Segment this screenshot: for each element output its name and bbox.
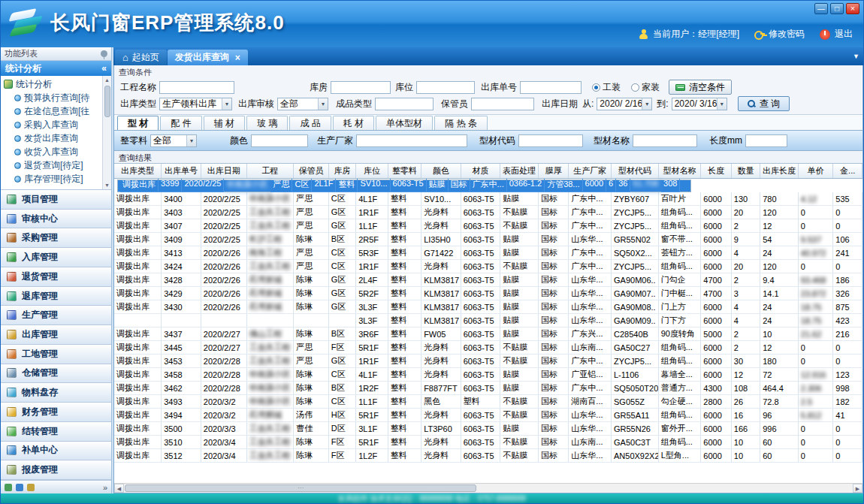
material-tab-7[interactable]: 隔 热 条 xyxy=(434,116,488,130)
tree-item[interactable]: 在途信息查询[往 xyxy=(4,104,102,118)
column-header[interactable]: 颜色 xyxy=(421,164,461,178)
horizontal-scrollbar-thumb[interactable]: ⋯ xyxy=(125,484,476,492)
table-row[interactable]: 调拨出库34002020/2/25华南源小区严思C区4L1F整料SV10...6… xyxy=(114,192,862,206)
table-row[interactable]: 调拨出库34292020/2/26石湾新城陈琳G区5R2F整料KLM381760… xyxy=(114,287,862,300)
sidebar-item-carryover[interactable]: 结转管理 xyxy=(1,422,111,442)
scroll-right-icon[interactable]: ▶ xyxy=(853,484,862,493)
column-header[interactable]: 材质 xyxy=(461,164,500,178)
sidebar-item-warehouse[interactable]: 仓储管理 xyxy=(1,364,111,384)
material-tab-5[interactable]: 耗 材 xyxy=(333,116,374,130)
sidebar-item-inbound[interactable]: 入库管理 xyxy=(1,248,111,267)
whole-part-select[interactable]: 全部 ▾ xyxy=(150,134,197,147)
profile-code-input[interactable] xyxy=(518,134,583,147)
table-row[interactable]: 调拨出库34932020/3/2华南源小区陈琳C区1L1F整料黑色塑料不贴膜国标… xyxy=(114,395,862,409)
sidebar-item-finance[interactable]: 财务管理 xyxy=(1,403,111,422)
project-name-input[interactable] xyxy=(159,81,234,94)
manufacturer-input[interactable] xyxy=(356,134,467,147)
material-tab-0[interactable]: 型 材 xyxy=(117,116,159,130)
audit-select[interactable]: 全部 ▾ xyxy=(277,98,328,110)
table-row[interactable]: 调拨出库34032020/2/25工业共工程严思G区1R1F整料光身料6063-… xyxy=(114,206,862,219)
tree-scrollbar-thumb[interactable] xyxy=(104,86,110,117)
sidebar-item-audit[interactable]: 审核中心 xyxy=(1,210,111,229)
material-tab-6[interactable]: 单体型材 xyxy=(376,116,433,130)
color-input[interactable] xyxy=(251,134,308,147)
horizontal-scrollbar[interactable]: ◀ ⋯ ▶ xyxy=(114,483,862,493)
tab-shipping-outbound-query[interactable]: 发货出库查询× xyxy=(168,50,248,65)
table-row[interactable]: 调拨出库35122020/3/4工业共工程陈琳F区1L2F整料光身料6063-T… xyxy=(114,449,862,463)
sidebar-item-inventory[interactable]: 物料盘存 xyxy=(1,383,111,403)
table-row[interactable]: 3L3F整料KLM38176063-T5贴膜国标山东华...GA90M09..门… xyxy=(114,314,862,327)
column-header[interactable]: 长度 xyxy=(701,164,731,178)
mini-tree-icon[interactable] xyxy=(5,484,12,491)
sidebar-item-return-goods[interactable]: 退货管理 xyxy=(1,267,111,287)
sidebar-item-site[interactable]: 工地管理 xyxy=(1,345,111,364)
column-header[interactable]: 出库单号 xyxy=(162,164,201,178)
material-tab-3[interactable]: 玻 璃 xyxy=(246,116,288,130)
tab-list-dropdown-icon[interactable]: ▼ xyxy=(853,53,859,60)
location-input[interactable] xyxy=(416,81,475,94)
scroll-down-icon[interactable]: ▼ xyxy=(104,181,110,189)
collapse-icon[interactable]: « xyxy=(101,63,107,74)
column-header[interactable]: 膜厚 xyxy=(538,164,568,178)
mini-settings-icon[interactable] xyxy=(27,484,35,491)
table-row[interactable]: 调拨出库34282020/2/26石湾新城陈琳G区2L4F整料KLM381760… xyxy=(114,273,862,287)
column-header[interactable]: 工程 xyxy=(246,164,294,178)
logout-link[interactable]: 退出 xyxy=(835,28,853,41)
tab-close-icon[interactable]: × xyxy=(235,53,240,63)
sidebar-item-project[interactable]: 项目管理 xyxy=(1,190,111,210)
length-input[interactable] xyxy=(745,134,787,147)
clear-conditions-button[interactable]: 清空条件 xyxy=(669,80,732,95)
sidebar-item-outbound[interactable]: 出库管理 xyxy=(1,325,111,345)
sidebar-section-statistics[interactable]: 统计分析 « xyxy=(1,61,111,76)
table-row[interactable]: 调拨出库34582020/2/28华南源小区陈琳C区4L1F整料光身料6063-… xyxy=(114,368,862,382)
sidebar-item-purchase[interactable]: 采购管理 xyxy=(1,228,111,248)
close-button[interactable]: × xyxy=(846,3,859,14)
chevron-right-icon[interactable]: » xyxy=(103,483,107,492)
column-header[interactable]: 出库日期 xyxy=(201,164,246,178)
outbound-no-input[interactable] xyxy=(520,81,582,94)
column-header[interactable]: 型材名称 xyxy=(658,164,701,178)
mini-mail-icon[interactable] xyxy=(16,484,23,491)
tree-item[interactable]: 预算执行查询[待 xyxy=(4,91,102,104)
gongzhuang-radio[interactable]: 工装 xyxy=(592,81,621,94)
product-type-input[interactable] xyxy=(375,98,434,110)
jiazhuang-radio[interactable]: 家装 xyxy=(631,81,660,94)
table-row[interactable]: 调拨出库34452020/2/27工业共工程严思F区5R1F整料光身料6063-… xyxy=(114,341,862,355)
tree-scrollbar[interactable]: ▲ ▼ xyxy=(102,76,111,189)
table-row[interactable]: 调拨出库34072020/2/25工业共工程严思G区1L1F整料光身料6063-… xyxy=(114,219,862,233)
tree-item[interactable]: 退货查询[待定] xyxy=(4,158,102,172)
column-header[interactable]: 单价 xyxy=(798,164,833,178)
table-row[interactable]: 调拨出库34242020/2/26工业共工程严思C区1R1F整料光身料6063-… xyxy=(114,260,862,273)
tab-start-page[interactable]: ⌂起始页 xyxy=(115,50,167,65)
table-row[interactable]: 调拨出库34942020/3/2石湾辉城汤伟H区5R1F整料光身料6063-T5… xyxy=(114,409,862,422)
table-row[interactable]: 调拨出库34532020/2/28工业共工程严思G区1R1F整料光身料6063-… xyxy=(114,355,862,368)
tree-item[interactable]: 库存管理[待定] xyxy=(4,172,102,186)
scroll-up-icon[interactable]: ▲ xyxy=(104,76,110,84)
warehouse-input[interactable] xyxy=(331,81,391,94)
material-tab-4[interactable]: 成 品 xyxy=(289,116,331,130)
column-header[interactable]: 库位 xyxy=(356,164,388,178)
scroll-left-icon[interactable]: ◀ xyxy=(114,484,124,493)
sidebar-item-production[interactable]: 生产管理 xyxy=(1,306,111,325)
tree-item[interactable]: 采购入库查询 xyxy=(4,118,102,131)
column-header[interactable]: 保管员 xyxy=(294,164,329,178)
table-row[interactable]: 调拨出库34092020/2/25长沙工程陈琳B区2R5F整料LI35H0606… xyxy=(114,233,862,246)
column-header[interactable]: 金... xyxy=(833,164,862,178)
tree-item-statistics-root[interactable]: 统计分析 xyxy=(4,77,102,91)
change-password-link[interactable]: 修改密码 xyxy=(769,28,805,41)
minimize-button[interactable]: — xyxy=(814,3,828,14)
table-row[interactable]: 调拨出库33992020/2/25华南源小区严思C区2L1F整料SV10...6… xyxy=(117,180,691,192)
column-header[interactable]: 表面处理 xyxy=(500,164,539,178)
column-header[interactable]: 出库长度 xyxy=(760,164,799,178)
pin-icon[interactable] xyxy=(101,50,107,57)
column-header[interactable]: 出库类型 xyxy=(114,164,162,178)
column-header[interactable]: 库房 xyxy=(328,164,355,178)
table-row[interactable]: 调拨出库34372020/2/27佛山工程陈琳B区3R6F整料FW056063-… xyxy=(114,327,862,341)
table-row[interactable]: 调拨出库34302020/2/26石湾新城陈琳G区3L3F整料KLM381760… xyxy=(114,300,862,314)
maximize-button[interactable]: □ xyxy=(830,3,844,14)
material-tab-1[interactable]: 配 件 xyxy=(160,116,201,130)
search-button[interactable]: 查 询 xyxy=(738,96,790,111)
keeper-input[interactable] xyxy=(471,98,534,110)
table-row[interactable]: 调拨出库34622020/2/28华南源小区陈琳B区1R2F整料F8877FT6… xyxy=(114,382,862,395)
sidebar-item-return-store[interactable]: 退库管理 xyxy=(1,287,111,306)
